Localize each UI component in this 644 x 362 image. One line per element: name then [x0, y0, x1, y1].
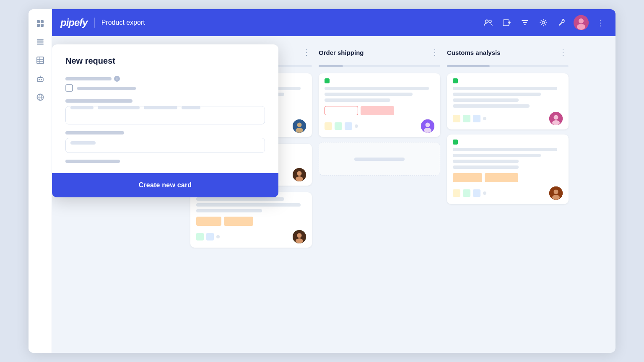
form-label-2 [65, 99, 132, 103]
info-icon-1: i [114, 76, 120, 82]
card-avatar-ec-3 [293, 230, 306, 243]
svg-point-24 [579, 18, 584, 23]
column-menu-order-shipping[interactable]: ⋮ [429, 46, 440, 59]
svg-point-20 [489, 20, 491, 23]
column-progress-order-shipping [319, 65, 440, 67]
sidebar-item-list[interactable] [33, 34, 48, 49]
svg-point-13 [41, 79, 42, 80]
svg-rect-4 [37, 39, 44, 41]
users-icon[interactable] [481, 16, 495, 29]
svg-point-25 [577, 24, 585, 30]
svg-rect-0 [37, 20, 40, 23]
svg-point-35 [296, 128, 303, 133]
card-ec-3[interactable] [190, 192, 312, 248]
svg-rect-5 [37, 41, 44, 43]
app-header: pipefy Product export [52, 9, 615, 36]
svg-rect-1 [41, 20, 44, 23]
card-avatar-ec-2 [293, 168, 306, 181]
settings-icon[interactable] [537, 16, 550, 29]
form-input-main[interactable] [65, 106, 265, 124]
form-bottom-label [65, 160, 120, 163]
board-area: Export order + ⋮ [52, 36, 615, 353]
card-ca-2[interactable] [447, 134, 569, 204]
card-footer-ca-1 [453, 112, 563, 125]
column-menu-customs-analysis[interactable]: ⋮ [558, 46, 569, 59]
create-new-card-button[interactable]: Create new card [139, 181, 192, 189]
svg-point-49 [554, 190, 558, 194]
svg-point-50 [552, 195, 560, 200]
svg-point-47 [552, 120, 560, 125]
wrench-icon[interactable] [555, 16, 569, 29]
svg-point-38 [296, 176, 303, 181]
form-row-2 [65, 99, 265, 124]
more-options-icon[interactable]: ⋮ [594, 16, 607, 29]
card-footer-ec-3 [196, 230, 306, 243]
svg-point-37 [297, 171, 302, 176]
form-row-3 [65, 131, 265, 153]
card-ca-1[interactable] [447, 73, 569, 129]
column-header-customs-analysis: Customs analysis ⋮ [447, 46, 569, 60]
svg-rect-11 [37, 78, 43, 82]
column-customs-analysis: Customs analysis ⋮ [447, 46, 569, 346]
modal-footer: Create new card [52, 173, 278, 197]
svg-point-40 [297, 233, 302, 238]
form-label-3 [65, 131, 124, 134]
card-avatar-ca-1 [549, 112, 563, 125]
svg-rect-2 [37, 24, 40, 27]
sidebar-item-globe[interactable] [33, 90, 48, 105]
svg-rect-3 [41, 24, 44, 27]
svg-point-19 [486, 20, 488, 23]
svg-point-44 [424, 128, 431, 133]
app-logo: pipefy [60, 17, 88, 28]
card-os-empty [319, 142, 440, 176]
enter-icon[interactable] [500, 16, 513, 29]
card-avatar-ec-1 [293, 119, 306, 133]
svg-point-12 [39, 79, 40, 80]
card-avatar-os-1 [421, 119, 434, 133]
column-title-order-shipping: Order shipping [319, 49, 426, 56]
svg-point-43 [426, 123, 430, 127]
svg-point-22 [542, 21, 545, 24]
sidebar [29, 9, 52, 353]
column-header-order-shipping: Order shipping ⋮ [319, 46, 440, 60]
card-footer-ca-2 [453, 186, 563, 200]
new-request-modal: New request i [52, 44, 278, 197]
card-avatar-ca-2 [549, 186, 563, 200]
column-order-shipping: Order shipping ⋮ [319, 46, 440, 346]
svg-point-15 [40, 76, 41, 77]
header-actions: ⋮ [481, 15, 607, 30]
main-content: pipefy Product export [52, 9, 615, 353]
column-menu-export-clearance[interactable]: ⋮ [301, 46, 312, 59]
sidebar-item-grid[interactable] [33, 16, 48, 31]
svg-point-46 [554, 115, 558, 120]
form-input-secondary[interactable] [65, 138, 265, 153]
sidebar-item-bot[interactable] [33, 71, 48, 86]
card-os-1[interactable] [319, 73, 440, 137]
form-label-1 [65, 77, 112, 80]
svg-point-34 [297, 123, 302, 127]
filter-icon[interactable] [518, 16, 532, 29]
svg-point-41 [296, 238, 303, 243]
header-divider [94, 18, 95, 28]
card-footer-os-1 [325, 119, 434, 133]
user-avatar[interactable] [574, 15, 589, 30]
svg-rect-51 [66, 85, 73, 91]
svg-rect-6 [37, 44, 44, 45]
modal-title: New request [65, 56, 265, 66]
svg-rect-7 [37, 57, 44, 64]
modal-body: New request i [52, 44, 278, 173]
column-title-customs-analysis: Customs analysis [447, 49, 554, 56]
sidebar-item-table[interactable] [33, 53, 48, 68]
header-title: Product export [101, 19, 145, 26]
column-progress-customs-analysis [447, 65, 569, 67]
form-row-1: i [65, 76, 265, 93]
attach-icon [65, 84, 74, 93]
